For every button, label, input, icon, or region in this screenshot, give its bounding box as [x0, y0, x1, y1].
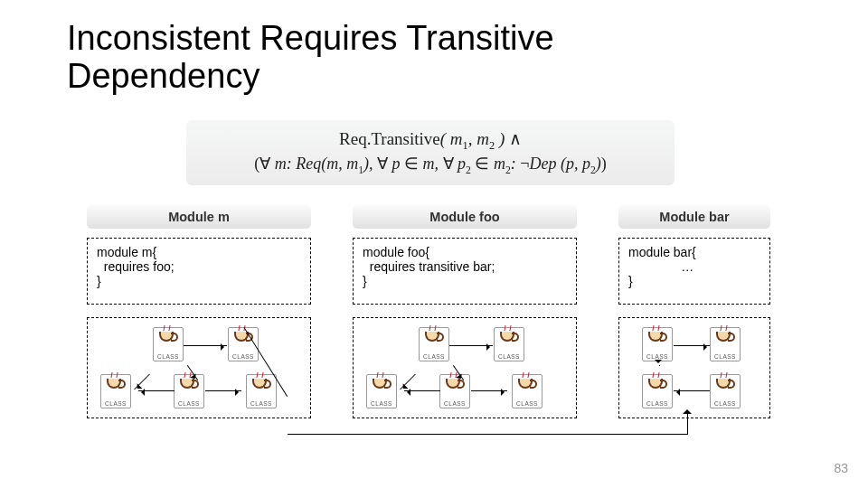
slide: Inconsistent Requires TransitiveDependen… [0, 0, 868, 488]
module-foo-classes: CLASS CLASS CLASS CLASS CLASS [353, 317, 577, 418]
dep-arrow [659, 365, 660, 366]
module-bar-classes: CLASS CLASS CLASS CLASS [618, 317, 770, 418]
cross-module-arrow [288, 434, 687, 435]
dep-arrow [138, 390, 175, 391]
formula-line-1: Req.Transitive( m1, m2 ) ∧ [199, 127, 662, 153]
module-m: Module m module m{ requires foo; } CLASS… [87, 205, 311, 418]
module-m-header: Module m [87, 205, 311, 229]
class-icon: CLASS [710, 327, 741, 361]
class-icon: CLASS [494, 327, 524, 361]
class-icon: CLASS [642, 327, 673, 361]
dep-arrow [471, 390, 507, 391]
class-icon: CLASS [153, 327, 184, 361]
cross-module-arrow [687, 410, 688, 435]
module-foo-header: Module foo [353, 205, 577, 229]
page-number: 83 [834, 461, 848, 475]
modules-row: Module m module m{ requires foo; } CLASS… [87, 205, 770, 418]
module-bar: Module bar module bar{ … } CLASS CLASS C… [618, 205, 770, 418]
class-icon: CLASS [419, 327, 449, 361]
class-icon: CLASS [100, 374, 131, 408]
dep-arrow [674, 345, 710, 346]
dep-arrow [449, 345, 493, 346]
module-m-classes: CLASS CLASS CLASS CLASS CLASS [87, 317, 311, 418]
module-bar-header: Module bar [618, 205, 770, 229]
dep-arrow [184, 345, 227, 346]
cross-module-arrow-head [683, 405, 692, 414]
module-bar-code: module bar{ … } [618, 238, 770, 305]
class-icon: CLASS [710, 374, 741, 408]
module-foo: Module foo module foo{ requires transiti… [353, 205, 577, 418]
formula-line-2: (∀ m: Req(m, m1), ∀ p ∈ m, ∀ p2 ∈ m2: ¬D… [199, 153, 662, 177]
class-icon: CLASS [246, 374, 277, 408]
module-m-code: module m{ requires foo; } [87, 238, 311, 305]
formula-block: Req.Transitive( m1, m2 ) ∧ (∀ m: Req(m, … [186, 120, 675, 185]
class-icon: CLASS [366, 374, 397, 408]
dep-arrow [205, 390, 241, 391]
dep-arrow [674, 390, 710, 391]
module-foo-code: module foo{ requires transitive bar; } [353, 238, 577, 305]
class-icon: CLASS [642, 374, 673, 408]
slide-title: Inconsistent Requires TransitiveDependen… [67, 20, 554, 96]
dep-arrow [404, 390, 440, 391]
class-icon: CLASS [512, 374, 542, 408]
